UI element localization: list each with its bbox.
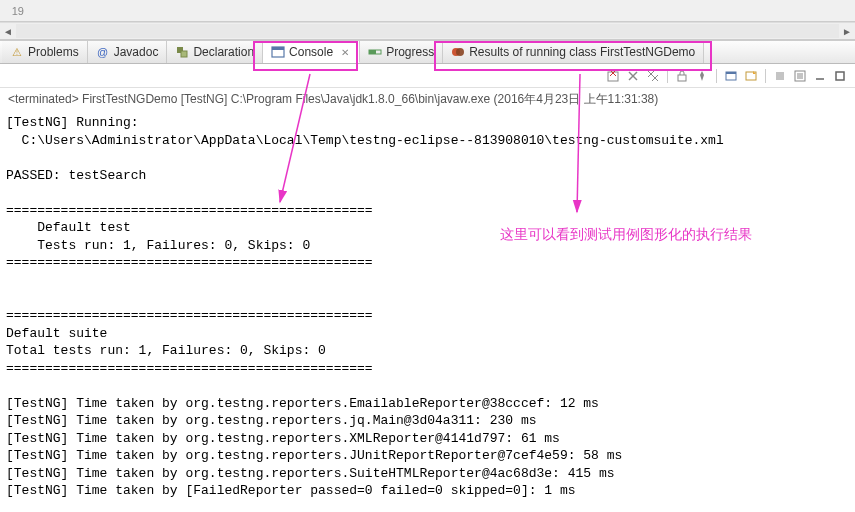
maximize-button[interactable] (831, 67, 849, 85)
console-output[interactable]: [TestNG] Running: C:\Users\Administrator… (0, 111, 855, 503)
tab-label: Console (289, 45, 333, 59)
javadoc-icon: @ (96, 45, 110, 59)
terminate-button[interactable] (771, 67, 789, 85)
svg-rect-5 (369, 50, 376, 54)
tab-declaration[interactable]: Declaration (167, 41, 263, 63)
remove-launch-button[interactable] (624, 67, 642, 85)
console-toolbar (0, 64, 855, 88)
svg-point-7 (456, 48, 464, 56)
console-icon (271, 45, 285, 59)
tab-problems[interactable]: ⚠ Problems (2, 41, 88, 63)
svg-rect-1 (181, 51, 187, 57)
svg-rect-3 (272, 47, 284, 50)
close-icon[interactable]: ✕ (341, 47, 351, 57)
tab-label: Results of running class FirstTestNGDemo (469, 45, 695, 59)
display-selected-button[interactable] (722, 67, 740, 85)
editor-top-bar: 19 (0, 0, 855, 22)
scroll-left-icon[interactable]: ◄ (0, 23, 16, 39)
tab-javadoc[interactable]: @ Javadoc (88, 41, 168, 63)
svg-rect-19 (726, 72, 736, 74)
svg-rect-27 (836, 72, 844, 80)
show-stdout-button[interactable] (791, 67, 809, 85)
toolbar-separator (765, 69, 766, 83)
tab-label: Declaration (193, 45, 254, 59)
tab-label: Javadoc (114, 45, 159, 59)
pin-console-button[interactable] (693, 67, 711, 85)
svg-rect-21 (776, 72, 784, 80)
minimize-button[interactable] (811, 67, 829, 85)
problems-icon: ⚠ (10, 45, 24, 59)
tab-progress[interactable]: Progress (360, 41, 443, 63)
tab-results[interactable]: Results of running class FirstTestNGDemo (443, 41, 704, 63)
clear-console-button[interactable] (604, 67, 622, 85)
scroll-right-icon[interactable]: ► (839, 23, 855, 39)
toolbar-separator (716, 69, 717, 83)
tab-label: Problems (28, 45, 79, 59)
open-console-button[interactable] (742, 67, 760, 85)
scroll-lock-button[interactable] (673, 67, 691, 85)
scroll-track[interactable] (16, 24, 839, 38)
progress-icon (368, 45, 382, 59)
tab-label: Progress (386, 45, 434, 59)
tab-console[interactable]: Console ✕ (263, 41, 360, 63)
view-tabs: ⚠ Problems @ Javadoc Declaration Console… (0, 40, 855, 64)
horizontal-scrollbar[interactable]: ◄ ► (0, 22, 855, 40)
declaration-icon (175, 45, 189, 59)
results-icon (451, 45, 465, 59)
remove-all-button[interactable] (644, 67, 662, 85)
line-number: 19 (4, 5, 32, 17)
svg-rect-17 (678, 75, 686, 81)
toolbar-separator (667, 69, 668, 83)
console-status: <terminated> FirstTestNGDemo [TestNG] C:… (0, 88, 855, 111)
